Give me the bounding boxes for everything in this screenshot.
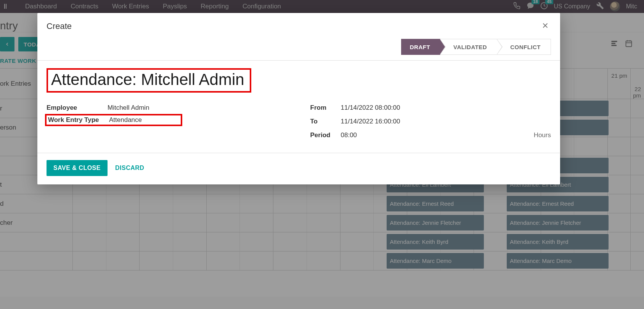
- work-entry-type-field[interactable]: Attendance: [109, 116, 179, 124]
- period-label: Period: [310, 131, 341, 139]
- discard-button[interactable]: DISCARD: [115, 165, 144, 171]
- to-field[interactable]: 11/14/2022 16:00:00: [341, 118, 551, 125]
- record-title-highlight: Attendance: Mitchell Admin: [47, 68, 251, 93]
- record-title[interactable]: Attendance: Mitchell Admin: [51, 70, 244, 89]
- status-bar: DRAFT VALIDATED CONFLICT: [401, 39, 551, 55]
- status-conflict[interactable]: CONFLICT: [497, 39, 551, 55]
- work-entry-type-label: Work Entry Type: [48, 116, 109, 124]
- from-field[interactable]: 11/14/2022 08:00:00: [341, 104, 551, 112]
- status-draft[interactable]: DRAFT: [401, 39, 440, 55]
- employee-label: Employee: [47, 104, 108, 112]
- close-button[interactable]: [540, 20, 551, 33]
- employee-field[interactable]: Mitchell Admin: [108, 104, 287, 112]
- modal-title: Create: [47, 21, 540, 31]
- period-unit: Hours: [534, 131, 551, 139]
- create-work-entry-modal: Create DRAFT VALIDATED CONFLICT Attendan…: [37, 13, 560, 184]
- status-validated[interactable]: VALIDATED: [440, 39, 497, 55]
- to-label: To: [310, 118, 341, 125]
- work-entry-type-highlight: Work Entry Type Attendance: [45, 114, 182, 126]
- from-label: From: [310, 104, 341, 112]
- period-field[interactable]: 08:00: [341, 131, 534, 139]
- save-close-button[interactable]: SAVE & CLOSE: [47, 160, 108, 176]
